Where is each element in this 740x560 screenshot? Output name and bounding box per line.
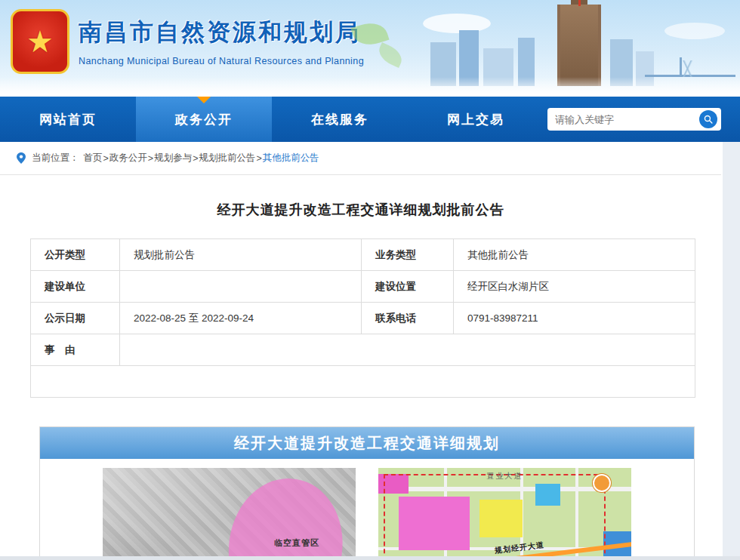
breadcrumb: 当前位置： 首页 > 政务公开 > 规划参与 > 规划批前公告 > 其他批前公告	[0, 142, 721, 175]
top-road-label: 置业大道	[487, 471, 523, 482]
plan-image-block: 经开大道提升改造工程交通详细规划 临空直管区	[39, 426, 695, 560]
nav-item-public-affairs[interactable]: 政务公开	[136, 97, 272, 142]
table-row: 公开类型 规划批前公告 业务类型 其他批前公告	[31, 239, 695, 271]
field-value: 2022-08-25 至 2022-09-24	[120, 303, 362, 334]
field-label: 联系电话	[362, 303, 454, 334]
nav-item-online-trading[interactable]: 网上交易	[408, 97, 544, 142]
empty-row	[31, 366, 695, 398]
breadcrumb-prefix: 当前位置：	[32, 152, 79, 165]
field-label: 公示日期	[31, 303, 120, 334]
nav-item-label: 在线服务	[311, 111, 368, 128]
nav-item-label: 政务公开	[175, 111, 233, 128]
field-label: 建设位置	[362, 271, 454, 303]
satellite-map-image: 临空直管区	[103, 468, 356, 560]
nav-item-home[interactable]: 网站首页	[0, 97, 136, 142]
field-label: 业务类型	[362, 239, 454, 271]
nav-item-label: 网站首页	[39, 111, 97, 128]
main-nav: 网站首页 政务公开 在线服务 网上交易	[0, 97, 740, 142]
nav-item-online-services[interactable]: 在线服务	[272, 97, 408, 142]
field-value: 规划批前公告	[120, 239, 362, 271]
breadcrumb-item-home[interactable]: 首页	[84, 152, 103, 165]
table-row: 事 由	[31, 334, 695, 366]
breadcrumb-item-planning-participation[interactable]: 规划参与	[154, 152, 192, 165]
site-subtitle: Nanchang Municipal Bureau of Natural Res…	[79, 56, 364, 66]
plan-image-title: 经开大道提升改造工程交通详细规划	[40, 427, 694, 459]
notice-title: 经开大道提升改造工程交通详细规划批前公告	[0, 175, 721, 238]
nav-item-label: 网上交易	[447, 111, 504, 128]
field-label: 建设单位	[31, 271, 120, 303]
bridge-illustration	[645, 75, 735, 77]
field-value: 0791-83987211	[454, 303, 695, 334]
breadcrumb-item-current[interactable]: 其他批前公告	[263, 152, 319, 165]
page-bottom-edge	[0, 556, 740, 560]
table-row: 建设单位 建设位置 经开区白水湖片区	[31, 271, 695, 303]
page: ★ 南昌市自然资源和规划局 Nanchang Municipal Bureau …	[0, 0, 740, 560]
field-value	[120, 271, 362, 303]
field-value	[120, 334, 695, 366]
search-input[interactable]	[547, 114, 695, 125]
search-icon	[699, 110, 717, 128]
active-tab-arrow-icon	[197, 97, 211, 103]
national-emblem-icon: ★	[11, 9, 69, 74]
location-pin-icon	[17, 152, 26, 164]
search-button[interactable]	[695, 108, 721, 131]
site-title: 南昌市自然资源和规划局	[79, 17, 364, 48]
plan-maps: 临空直管区	[40, 468, 694, 560]
table-row: 公示日期 2022-08-25 至 2022-09-24 联系电话 0791-8…	[31, 303, 695, 334]
search-box	[547, 108, 721, 131]
field-value: 经开区白水湖片区	[454, 271, 695, 303]
notice-info-table: 公开类型 规划批前公告 业务类型 其他批前公告 建设单位 建设位置 经开区白水湖…	[30, 238, 695, 398]
breadcrumb-item-public-affairs[interactable]: 政务公开	[109, 152, 147, 165]
main-content: 经开大道提升改造工程交通详细规划批前公告 公开类型 规划批前公告 业务类型 其他…	[0, 175, 721, 560]
tower-building	[557, 5, 601, 86]
page-right-margin	[723, 142, 740, 560]
zoning-map-image: 规划经开大道 置业大道	[378, 468, 631, 560]
field-label: 事 由	[31, 334, 120, 366]
leaf-decoration-icon	[375, 42, 405, 68]
site-header: ★ 南昌市自然资源和规划局 Nanchang Municipal Bureau …	[0, 0, 740, 97]
site-titles: 南昌市自然资源和规划局 Nanchang Municipal Bureau of…	[79, 17, 364, 66]
zone-label: 临空直管区	[274, 537, 319, 549]
breadcrumb-item-pre-approval-notices[interactable]: 规划批前公告	[199, 152, 255, 165]
city-skyline-illustration	[415, 0, 740, 97]
field-label: 公开类型	[31, 239, 120, 271]
table-row	[31, 366, 695, 398]
field-value: 其他批前公告	[454, 239, 695, 271]
